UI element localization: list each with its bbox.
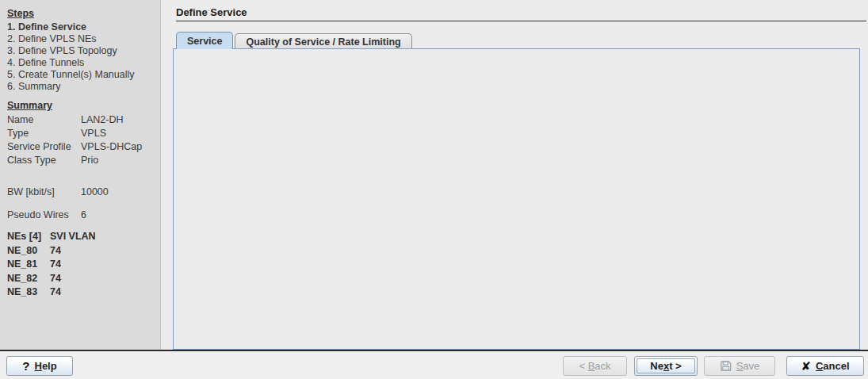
bw-value: 10000 <box>81 186 109 199</box>
summary-label: Name <box>7 113 81 127</box>
back-button-label: < Back <box>579 360 610 372</box>
steps-list: Steps 1. Define Service 2. Define VPLS N… <box>7 8 135 93</box>
cancel-button[interactable]: ✘ Cancel <box>786 356 864 376</box>
ne-table: NEs [4] SVI VLAN NE_80 74 NE_81 74 NE_82… <box>7 230 96 300</box>
service-tab-panel <box>173 48 860 350</box>
define-service-wizard: { "window": { "title": "Define Service" … <box>0 0 868 379</box>
ne-header-value: SVI VLAN <box>50 230 96 244</box>
bw-label: BW [kbit/s] <box>7 186 81 199</box>
ne-vlan: 74 <box>50 272 61 286</box>
step-define-tunnels: 4. Define Tunnels <box>7 57 135 69</box>
ne-vlan: 74 <box>50 258 61 272</box>
page-title: Define Service <box>176 6 247 18</box>
step-define-service: 1. Define Service <box>7 21 135 33</box>
summary-row-class-type: Class Type Prio <box>7 154 142 167</box>
step-define-vpls-nes: 2. Define VPLS NEs <box>7 33 135 45</box>
pseudo-wires-value: 6 <box>81 209 86 222</box>
ne-vlan: 74 <box>50 285 61 300</box>
ne-table-row: NE_82 74 <box>7 272 96 286</box>
pseudo-wires-label: Pseudo Wires <box>7 209 81 222</box>
ne-name: NE_82 <box>7 272 50 286</box>
summary-label: Class Type <box>7 154 81 167</box>
tab-bar: Service Quality of Service / Rate Limiti… <box>176 32 412 49</box>
cancel-x-icon: ✘ <box>801 360 811 372</box>
next-button[interactable]: Next > <box>634 356 698 376</box>
back-button[interactable]: < Back <box>563 356 627 376</box>
summary-panel: Summary Name LAN2-DH Type VPLS Service P… <box>7 100 142 167</box>
ne-table-row: NE_83 74 <box>7 285 96 300</box>
summary-row-bw: BW [kbit/s] 10000 <box>7 186 109 199</box>
summary-title: Summary <box>7 100 142 111</box>
step-summary: 6. Summary <box>7 81 135 93</box>
summary-row-pseudo-wires: Pseudo Wires 6 <box>7 209 86 222</box>
summary-label: Type <box>7 127 81 140</box>
ne-table-header: NEs [4] SVI VLAN <box>7 230 96 244</box>
ne-name: NE_81 <box>7 258 50 272</box>
summary-row-type: Type VPLS <box>7 127 142 140</box>
ne-name: NE_80 <box>7 244 50 258</box>
summary-value: VPLS <box>81 127 106 140</box>
save-button-label: Save <box>736 360 760 372</box>
steps-title: Steps <box>7 8 135 19</box>
save-button[interactable]: Save <box>704 356 775 376</box>
cancel-button-label: Cancel <box>816 360 850 372</box>
help-button[interactable]: ? Help <box>6 356 73 376</box>
tab-service[interactable]: Service <box>176 32 233 49</box>
ne-header-label: NEs [4] <box>7 230 50 244</box>
ne-table-row: NE_81 74 <box>7 258 96 272</box>
ne-name: NE_83 <box>7 285 50 300</box>
ne-table-row: NE_80 74 <box>7 244 96 258</box>
summary-value: LAN2-DH <box>81 113 124 127</box>
summary-row-service-profile: Service Profile VPLS-DHCap <box>7 140 142 154</box>
help-icon: ? <box>22 359 29 373</box>
title-rule <box>176 21 866 21</box>
tab-qos-rate-limiting[interactable]: Quality of Service / Rate Limiting <box>235 33 411 49</box>
next-button-label: Next > <box>650 360 681 372</box>
summary-value: Prio <box>81 154 98 167</box>
summary-label: Service Profile <box>7 140 81 154</box>
save-icon <box>720 360 732 372</box>
step-create-tunnels-manually: 5. Create Tunnel(s) Manually <box>7 69 135 81</box>
wizard-sidebar: Steps 1. Define Service 2. Define VPLS N… <box>0 0 161 350</box>
summary-value: VPLS-DHCap <box>81 140 142 154</box>
ne-vlan: 74 <box>50 244 61 258</box>
step-define-vpls-topology: 3. Define VPLS Topology <box>7 45 135 57</box>
summary-row-name: Name LAN2-DH <box>7 113 142 127</box>
help-button-label: Help <box>34 360 56 372</box>
bottom-button-bar: ? Help < Back Next > Save ✘ Cancel <box>0 350 868 379</box>
